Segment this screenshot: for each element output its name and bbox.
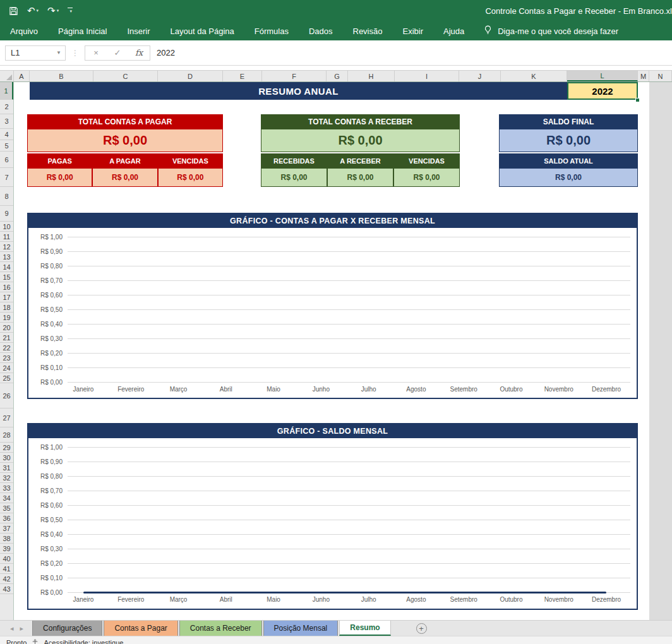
chart-pagar-x-receber[interactable]: GRÁFICO - CONTAS A PAGAR X RECEBER MENSA… xyxy=(27,213,638,399)
enter-icon[interactable]: ✓ xyxy=(107,48,128,57)
column-header-M[interactable]: M xyxy=(638,71,649,81)
row-header-30[interactable]: 30 xyxy=(0,453,13,463)
sheet-tab-posição-mensal[interactable]: Posição Mensal xyxy=(263,621,339,636)
redo-dropdown-icon[interactable]: ▾ xyxy=(57,8,59,13)
row-header-35[interactable]: 35 xyxy=(0,503,13,513)
row-header-16[interactable]: 16 xyxy=(0,282,13,292)
ribbon-tab-revisão[interactable]: Revisão xyxy=(343,21,393,40)
row-header-4[interactable]: 4 xyxy=(0,129,13,140)
chart-saldo-mensal[interactable]: GRÁFICO - SALDO MENSALR$ 1,00R$ 0,90R$ 0… xyxy=(27,423,638,610)
row-header-9[interactable]: 9 xyxy=(0,206,13,222)
name-box-dropdown-icon[interactable]: ▼ xyxy=(56,50,61,56)
column-header-A[interactable]: A xyxy=(14,71,30,81)
row-header-10[interactable]: 10 xyxy=(0,222,13,232)
row-header-2[interactable]: 2 xyxy=(0,100,13,114)
row-header-33[interactable]: 33 xyxy=(0,483,13,493)
row-header-31[interactable]: 31 xyxy=(0,463,13,473)
row-header-21[interactable]: 21 xyxy=(0,333,13,343)
row-header-1[interactable]: 1 xyxy=(0,82,13,100)
row-header-40[interactable]: 40 xyxy=(0,554,13,564)
card-saldo-final[interactable]: SALDO FINALR$ 0,00SALDO ATUALR$ 0,00 xyxy=(499,114,638,187)
card-sub-value[interactable]: R$ 0,00 xyxy=(27,168,92,187)
row-header-32[interactable]: 32 xyxy=(0,473,13,483)
row-header-26[interactable]: 26 xyxy=(0,383,13,408)
sheet-tab-contas-a-receber[interactable]: Contas a Receber xyxy=(179,621,262,636)
row-header-23[interactable]: 23 xyxy=(0,353,13,363)
column-header-B[interactable]: B xyxy=(30,71,93,81)
row-header-18[interactable]: 18 xyxy=(0,302,13,313)
insert-function-icon[interactable]: fx xyxy=(128,48,150,57)
card-sub-value[interactable]: R$ 0,00 xyxy=(393,168,460,187)
ribbon-tab-fórmulas[interactable]: Fórmulas xyxy=(244,21,299,40)
row-header-27[interactable]: 27 xyxy=(0,408,13,427)
ribbon-tab-dados[interactable]: Dados xyxy=(299,21,343,40)
column-header-E[interactable]: E xyxy=(223,71,262,81)
sheet-tab-contas-a-pagar[interactable]: Contas a Pagar xyxy=(104,621,177,636)
card-sub-value[interactable]: R$ 0,00 xyxy=(261,168,327,187)
tell-me-button[interactable]: Diga-me o que você deseja fazer xyxy=(474,25,618,37)
customize-qat-button[interactable]: ▾ xyxy=(68,8,73,14)
row-header-22[interactable]: 22 xyxy=(0,343,13,353)
row-header-3[interactable]: 3 xyxy=(0,114,13,129)
row-header-39[interactable]: 39 xyxy=(0,544,13,554)
sheet-tab-resumo[interactable]: Resumo xyxy=(339,621,390,636)
undo-dropdown-icon[interactable]: ▾ xyxy=(37,8,39,13)
card-contas-a-pagar[interactable]: TOTAL CONTAS A PAGARR$ 0,00PAGASA PAGARV… xyxy=(27,114,223,187)
row-header-5[interactable]: 5 xyxy=(0,140,13,152)
card-total-value[interactable]: R$ 0,00 xyxy=(261,129,460,152)
year-cell-selected[interactable]: 2022 xyxy=(567,82,638,100)
ribbon-tab-página-inicial[interactable]: Página Inicial xyxy=(48,21,117,40)
cancel-icon[interactable]: × xyxy=(85,48,107,57)
column-header-J[interactable]: J xyxy=(459,71,501,81)
card-sub-value[interactable]: R$ 0,00 xyxy=(158,168,223,187)
card-total-value[interactable]: R$ 0,00 xyxy=(27,129,223,152)
row-header-34[interactable]: 34 xyxy=(0,493,13,503)
column-header-H[interactable]: H xyxy=(348,71,395,81)
column-header-C[interactable]: C xyxy=(93,71,158,81)
new-sheet-button[interactable]: + xyxy=(416,623,427,634)
undo-button[interactable]: ↶▾ xyxy=(27,5,39,16)
ribbon-tab-inserir[interactable]: Inserir xyxy=(117,21,160,40)
card-total-value[interactable]: R$ 0,00 xyxy=(499,129,638,152)
row-header-6[interactable]: 6 xyxy=(0,152,13,168)
row-header-28[interactable]: 28 xyxy=(0,427,13,443)
row-header-38[interactable]: 38 xyxy=(0,534,13,544)
row-header-14[interactable]: 14 xyxy=(0,262,13,272)
row-header-29[interactable]: 29 xyxy=(0,443,13,453)
row-header-43[interactable]: 43 xyxy=(0,584,13,594)
sheet-nav-right-icon[interactable]: ▸ xyxy=(20,624,24,633)
row-header-19[interactable]: 19 xyxy=(0,313,13,323)
row-header-42[interactable]: 42 xyxy=(0,574,13,584)
redo-button[interactable]: ↷▾ xyxy=(47,5,59,16)
accessibility-icon[interactable] xyxy=(32,639,39,644)
column-header-K[interactable]: K xyxy=(501,71,567,81)
sheet-nav-left-icon[interactable]: ◂ xyxy=(10,624,14,633)
row-header-24[interactable]: 24 xyxy=(0,363,13,373)
select-all-corner[interactable] xyxy=(0,71,14,81)
card-sub-value[interactable]: R$ 0,00 xyxy=(327,168,393,187)
row-header-17[interactable]: 17 xyxy=(0,292,13,302)
column-header-D[interactable]: D xyxy=(158,71,223,81)
row-header-8[interactable]: 8 xyxy=(0,187,13,206)
resumo-anual-banner-cell[interactable]: RESUMO ANUAL xyxy=(30,82,567,100)
ribbon-tab-arquivo[interactable]: Arquivo xyxy=(0,21,48,40)
column-header-G[interactable]: G xyxy=(327,71,348,81)
row-header-25[interactable]: 25 xyxy=(0,373,13,383)
row-header-15[interactable]: 15 xyxy=(0,272,13,282)
row-header-12[interactable]: 12 xyxy=(0,242,13,252)
row-header-11[interactable]: 11 xyxy=(0,232,13,242)
row-header-7[interactable]: 7 xyxy=(0,168,13,187)
selection-fill-handle[interactable] xyxy=(635,98,640,102)
accessibility-label[interactable]: Acessibilidade: investigue xyxy=(44,639,123,644)
card-sub-value[interactable]: R$ 0,00 xyxy=(499,168,638,187)
row-header-41[interactable]: 41 xyxy=(0,564,13,574)
ribbon-tab-layout-da-página[interactable]: Layout da Página xyxy=(160,21,244,40)
card-contas-a-receber[interactable]: TOTAL CONTAS A RECEBERR$ 0,00RECEBIDASA … xyxy=(261,114,460,187)
ribbon-tab-exibir[interactable]: Exibir xyxy=(392,21,433,40)
column-header-N[interactable]: N xyxy=(649,71,672,81)
row-header-20[interactable]: 20 xyxy=(0,323,13,333)
column-header-I[interactable]: I xyxy=(395,71,459,81)
column-header-F[interactable]: F xyxy=(262,71,327,81)
save-icon[interactable] xyxy=(9,6,18,16)
row-header-37[interactable]: 37 xyxy=(0,523,13,534)
